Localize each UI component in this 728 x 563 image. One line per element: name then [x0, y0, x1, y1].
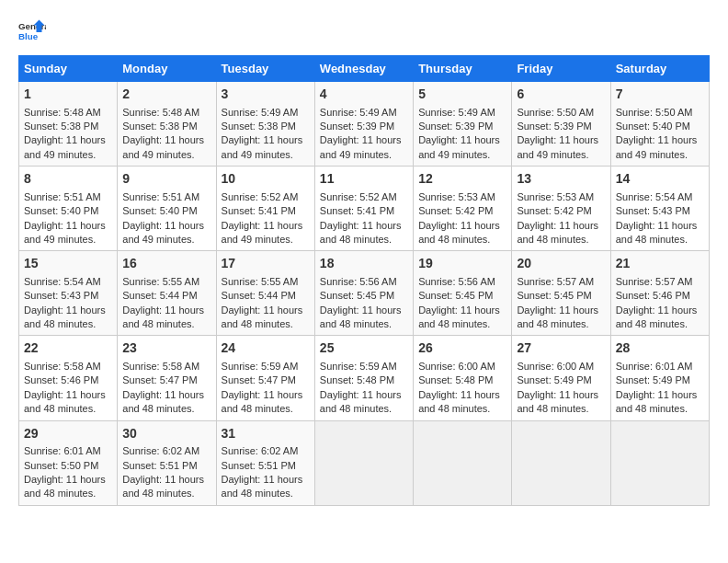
column-header-monday: Monday	[118, 56, 216, 82]
day-number: 15	[24, 255, 112, 273]
daylight-label: Daylight: 11 hours	[222, 134, 303, 145]
week-row: 8Sunrise: 5:51 AMSunset: 5:40 PMDaylight…	[19, 167, 710, 251]
week-row: 22Sunrise: 5:58 AMSunset: 5:46 PMDayligh…	[19, 336, 710, 420]
daylight-minutes: and 48 minutes.	[517, 318, 588, 329]
day-number: 12	[418, 170, 506, 189]
calendar-cell: 31Sunrise: 6:02 AMSunset: 5:51 PMDayligh…	[216, 420, 314, 505]
day-number: 1	[24, 86, 112, 104]
sunrise-label: Sunrise: 5:50 AM	[616, 107, 693, 118]
calendar-cell: 18Sunrise: 5:56 AMSunset: 5:45 PMDayligh…	[314, 251, 413, 336]
daylight-label: Daylight: 11 hours	[517, 220, 598, 231]
calendar-cell: 3Sunrise: 5:49 AMSunset: 5:38 PMDaylight…	[216, 82, 314, 167]
calendar-cell: 15Sunrise: 5:54 AMSunset: 5:43 PMDayligh…	[19, 251, 118, 336]
day-number: 9	[122, 170, 210, 189]
daylight-minutes: and 48 minutes.	[24, 403, 96, 414]
daylight-minutes: and 48 minutes.	[517, 403, 588, 414]
day-number: 31	[222, 425, 310, 443]
daylight-label: Daylight: 11 hours	[122, 474, 204, 485]
daylight-label: Daylight: 11 hours	[418, 304, 500, 316]
sunrise-label: Sunrise: 6:01 AM	[616, 361, 693, 372]
sunrise-label: Sunrise: 5:51 AM	[24, 191, 101, 202]
sunrise-label: Sunrise: 5:58 AM	[122, 361, 199, 372]
header-row: SundayMondayTuesdayWednesdayThursdayFrid…	[19, 56, 710, 82]
sunrise-label: Sunrise: 5:50 AM	[517, 107, 594, 118]
calendar-cell: 1Sunrise: 5:48 AMSunset: 5:38 PMDaylight…	[19, 82, 118, 167]
sunrise-label: Sunrise: 5:55 AM	[122, 276, 199, 287]
daylight-minutes: and 49 minutes.	[24, 234, 96, 245]
calendar-cell: 22Sunrise: 5:58 AMSunset: 5:46 PMDayligh…	[19, 336, 118, 420]
day-number: 10	[222, 170, 310, 189]
sunset-label: Sunset: 5:45 PM	[418, 290, 493, 301]
sunrise-label: Sunrise: 5:57 AM	[616, 276, 693, 287]
sunrise-label: Sunrise: 5:51 AM	[122, 191, 199, 202]
week-row: 1Sunrise: 5:48 AMSunset: 5:38 PMDaylight…	[19, 82, 710, 167]
sunset-label: Sunset: 5:41 PM	[222, 205, 296, 216]
calendar-cell	[610, 420, 709, 505]
day-number: 4	[320, 86, 408, 104]
column-header-sunday: Sunday	[19, 56, 118, 82]
day-number: 2	[122, 86, 210, 104]
daylight-label: Daylight: 11 hours	[418, 220, 500, 231]
calendar-table: SundayMondayTuesdayWednesdayThursdayFrid…	[18, 55, 710, 506]
daylight-minutes: and 48 minutes.	[616, 318, 688, 329]
calendar-cell: 11Sunrise: 5:52 AMSunset: 5:41 PMDayligh…	[314, 167, 413, 251]
daylight-label: Daylight: 11 hours	[418, 134, 500, 145]
calendar-cell: 6Sunrise: 5:50 AMSunset: 5:39 PMDaylight…	[512, 82, 610, 167]
sunrise-label: Sunrise: 5:55 AM	[222, 276, 299, 287]
daylight-minutes: and 49 minutes.	[320, 149, 392, 160]
daylight-label: Daylight: 11 hours	[24, 220, 106, 231]
calendar-cell: 26Sunrise: 6:00 AMSunset: 5:48 PMDayligh…	[414, 336, 512, 420]
sunset-label: Sunset: 5:38 PM	[24, 121, 98, 132]
calendar-cell: 30Sunrise: 6:02 AMSunset: 5:51 PMDayligh…	[118, 420, 216, 505]
calendar-cell	[414, 420, 512, 505]
day-number: 8	[24, 170, 112, 189]
sunset-label: Sunset: 5:50 PM	[24, 460, 98, 471]
sunrise-label: Sunrise: 5:58 AM	[24, 361, 101, 372]
daylight-label: Daylight: 11 hours	[122, 134, 204, 145]
daylight-minutes: and 48 minutes.	[517, 234, 588, 245]
calendar-cell: 25Sunrise: 5:59 AMSunset: 5:48 PMDayligh…	[314, 336, 413, 420]
sunset-label: Sunset: 5:47 PM	[222, 374, 296, 385]
sunrise-label: Sunrise: 5:48 AM	[122, 107, 199, 118]
logo-icon: GeneralBlue	[18, 18, 46, 46]
page-header: GeneralBlue	[18, 18, 710, 46]
day-number: 20	[517, 255, 605, 273]
daylight-minutes: and 48 minutes.	[24, 488, 96, 499]
sunset-label: Sunset: 5:46 PM	[616, 290, 690, 301]
day-number: 7	[616, 86, 704, 104]
calendar-cell: 13Sunrise: 5:53 AMSunset: 5:42 PMDayligh…	[512, 167, 610, 251]
daylight-minutes: and 48 minutes.	[222, 318, 293, 329]
day-number: 17	[222, 255, 310, 273]
daylight-minutes: and 48 minutes.	[320, 318, 392, 329]
svg-text:Blue: Blue	[18, 31, 39, 41]
day-number: 21	[616, 255, 704, 273]
calendar-cell: 27Sunrise: 6:00 AMSunset: 5:49 PMDayligh…	[512, 336, 610, 420]
sunrise-label: Sunrise: 5:57 AM	[517, 276, 594, 287]
sunset-label: Sunset: 5:40 PM	[616, 121, 690, 132]
week-row: 29Sunrise: 6:01 AMSunset: 5:50 PMDayligh…	[19, 420, 710, 505]
daylight-label: Daylight: 11 hours	[122, 304, 204, 316]
daylight-label: Daylight: 11 hours	[320, 389, 402, 400]
day-number: 14	[616, 170, 704, 189]
sunrise-label: Sunrise: 5:49 AM	[222, 107, 299, 118]
sunset-label: Sunset: 5:49 PM	[616, 374, 690, 385]
daylight-minutes: and 48 minutes.	[24, 318, 96, 329]
calendar-cell: 5Sunrise: 5:49 AMSunset: 5:39 PMDaylight…	[414, 82, 512, 167]
sunset-label: Sunset: 5:48 PM	[418, 374, 493, 385]
daylight-minutes: and 49 minutes.	[222, 149, 293, 160]
calendar-cell: 4Sunrise: 5:49 AMSunset: 5:39 PMDaylight…	[314, 82, 413, 167]
daylight-label: Daylight: 11 hours	[222, 474, 303, 485]
calendar-cell: 10Sunrise: 5:52 AMSunset: 5:41 PMDayligh…	[216, 167, 314, 251]
day-number: 23	[122, 339, 210, 358]
sunrise-label: Sunrise: 6:01 AM	[24, 445, 101, 456]
daylight-minutes: and 48 minutes.	[320, 234, 392, 245]
day-number: 25	[320, 339, 408, 358]
daylight-minutes: and 49 minutes.	[222, 234, 293, 245]
sunrise-label: Sunrise: 6:00 AM	[418, 361, 495, 372]
daylight-label: Daylight: 11 hours	[616, 389, 698, 400]
daylight-minutes: and 48 minutes.	[222, 403, 293, 414]
calendar-cell: 12Sunrise: 5:53 AMSunset: 5:42 PMDayligh…	[414, 167, 512, 251]
daylight-minutes: and 49 minutes.	[122, 149, 194, 160]
daylight-label: Daylight: 11 hours	[122, 220, 204, 231]
daylight-minutes: and 48 minutes.	[418, 234, 490, 245]
